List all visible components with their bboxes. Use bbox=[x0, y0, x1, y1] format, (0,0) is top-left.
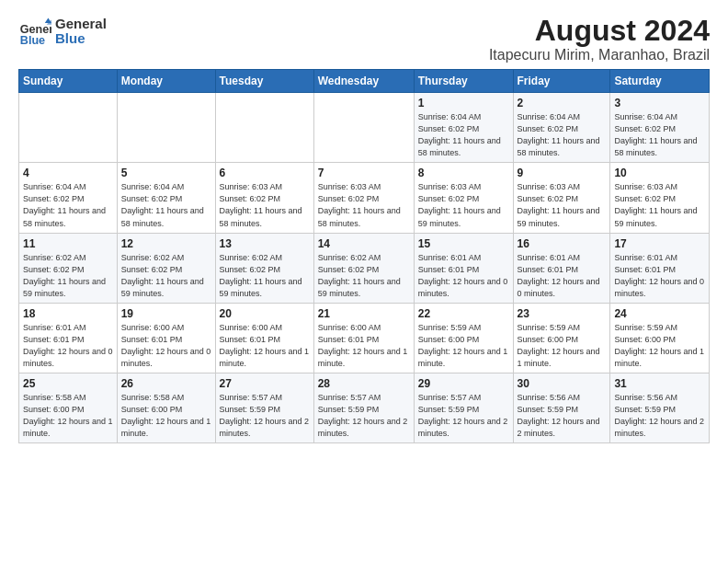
day-number: 10 bbox=[614, 167, 705, 179]
day-info: Sunrise: 6:04 AM Sunset: 6:02 PM Dayligh… bbox=[418, 111, 509, 159]
calendar-cell: 31Sunrise: 5:56 AM Sunset: 5:59 PM Dayli… bbox=[610, 373, 710, 442]
calendar-week-row: 11Sunrise: 6:02 AM Sunset: 6:02 PM Dayli… bbox=[19, 233, 710, 303]
day-number: 11 bbox=[23, 237, 113, 250]
calendar-cell: 10Sunrise: 6:03 AM Sunset: 6:02 PM Dayli… bbox=[610, 163, 710, 233]
day-info: Sunrise: 6:03 AM Sunset: 6:02 PM Dayligh… bbox=[518, 181, 607, 229]
calendar-week-row: 25Sunrise: 5:58 AM Sunset: 6:00 PM Dayli… bbox=[19, 373, 710, 442]
day-info: Sunrise: 5:57 AM Sunset: 5:59 PM Dayligh… bbox=[418, 392, 509, 440]
day-number: 22 bbox=[418, 307, 509, 320]
weekday-header: Wednesday bbox=[313, 70, 414, 93]
weekday-header: Thursday bbox=[414, 70, 513, 93]
calendar-cell: 27Sunrise: 5:57 AM Sunset: 5:59 PM Dayli… bbox=[215, 373, 313, 442]
day-number: 17 bbox=[614, 237, 705, 250]
calendar-cell: 30Sunrise: 5:56 AM Sunset: 5:59 PM Dayli… bbox=[513, 373, 610, 442]
day-number: 4 bbox=[23, 167, 113, 179]
day-info: Sunrise: 6:00 AM Sunset: 6:01 PM Dayligh… bbox=[121, 322, 211, 370]
calendar-cell: 20Sunrise: 6:00 AM Sunset: 6:01 PM Dayli… bbox=[215, 303, 313, 373]
day-info: Sunrise: 5:57 AM Sunset: 5:59 PM Dayligh… bbox=[220, 392, 310, 440]
calendar-week-row: 4Sunrise: 6:04 AM Sunset: 6:02 PM Daylig… bbox=[19, 163, 710, 233]
day-number: 8 bbox=[418, 167, 509, 179]
day-number: 16 bbox=[518, 237, 607, 250]
weekday-header: Sunday bbox=[19, 70, 118, 93]
day-info: Sunrise: 5:57 AM Sunset: 5:59 PM Dayligh… bbox=[318, 392, 410, 440]
day-number: 28 bbox=[318, 377, 410, 390]
day-info: Sunrise: 6:04 AM Sunset: 6:02 PM Dayligh… bbox=[614, 111, 705, 159]
day-number: 27 bbox=[220, 377, 310, 390]
day-info: Sunrise: 6:02 AM Sunset: 6:02 PM Dayligh… bbox=[121, 252, 211, 300]
day-info: Sunrise: 6:01 AM Sunset: 6:01 PM Dayligh… bbox=[23, 322, 113, 370]
day-info: Sunrise: 6:04 AM Sunset: 6:02 PM Dayligh… bbox=[518, 111, 607, 159]
day-info: Sunrise: 6:04 AM Sunset: 6:02 PM Dayligh… bbox=[23, 181, 113, 229]
day-number: 29 bbox=[418, 377, 509, 390]
day-number: 26 bbox=[121, 377, 211, 390]
day-number: 24 bbox=[614, 307, 705, 320]
day-info: Sunrise: 6:00 AM Sunset: 6:01 PM Dayligh… bbox=[220, 322, 310, 370]
day-info: Sunrise: 6:03 AM Sunset: 6:02 PM Dayligh… bbox=[614, 181, 705, 229]
day-info: Sunrise: 5:59 AM Sunset: 6:00 PM Dayligh… bbox=[614, 322, 705, 370]
calendar-cell bbox=[19, 93, 118, 163]
calendar-cell: 19Sunrise: 6:00 AM Sunset: 6:01 PM Dayli… bbox=[117, 303, 215, 373]
day-number: 31 bbox=[614, 377, 705, 390]
calendar-cell: 15Sunrise: 6:01 AM Sunset: 6:01 PM Dayli… bbox=[414, 233, 513, 303]
logo-icon: General Blue bbox=[18, 15, 51, 48]
calendar-cell: 9Sunrise: 6:03 AM Sunset: 6:02 PM Daylig… bbox=[513, 163, 610, 233]
day-number: 1 bbox=[418, 97, 509, 109]
day-number: 5 bbox=[121, 167, 211, 179]
calendar-cell: 26Sunrise: 5:58 AM Sunset: 6:00 PM Dayli… bbox=[117, 373, 215, 442]
calendar-cell bbox=[215, 93, 313, 163]
day-number: 9 bbox=[518, 167, 607, 179]
day-info: Sunrise: 6:03 AM Sunset: 6:02 PM Dayligh… bbox=[220, 181, 310, 229]
title-block: August 2024 Itapecuru Mirim, Maranhao, B… bbox=[489, 15, 710, 63]
day-number: 25 bbox=[23, 377, 113, 390]
calendar-cell: 11Sunrise: 6:02 AM Sunset: 6:02 PM Dayli… bbox=[19, 233, 118, 303]
calendar-cell: 5Sunrise: 6:04 AM Sunset: 6:02 PM Daylig… bbox=[117, 163, 215, 233]
calendar-cell: 8Sunrise: 6:03 AM Sunset: 6:02 PM Daylig… bbox=[414, 163, 513, 233]
page-title: August 2024 bbox=[489, 15, 710, 47]
calendar-cell: 28Sunrise: 5:57 AM Sunset: 5:59 PM Dayli… bbox=[313, 373, 414, 442]
day-info: Sunrise: 5:56 AM Sunset: 5:59 PM Dayligh… bbox=[614, 392, 705, 440]
logo-line1: General bbox=[55, 17, 107, 32]
weekday-header: Friday bbox=[513, 70, 610, 93]
day-info: Sunrise: 5:58 AM Sunset: 6:00 PM Dayligh… bbox=[121, 392, 211, 440]
day-info: Sunrise: 6:04 AM Sunset: 6:02 PM Dayligh… bbox=[121, 181, 211, 229]
logo-line2: Blue bbox=[55, 31, 107, 47]
day-number: 21 bbox=[318, 307, 410, 320]
day-info: Sunrise: 5:59 AM Sunset: 6:00 PM Dayligh… bbox=[418, 322, 509, 370]
calendar-cell: 12Sunrise: 6:02 AM Sunset: 6:02 PM Dayli… bbox=[117, 233, 215, 303]
weekday-header: Monday bbox=[117, 70, 215, 93]
header: General Blue General Blue August 2024 It… bbox=[18, 15, 710, 63]
day-number: 30 bbox=[518, 377, 607, 390]
day-number: 14 bbox=[318, 237, 410, 250]
calendar-cell: 21Sunrise: 6:00 AM Sunset: 6:01 PM Dayli… bbox=[313, 303, 414, 373]
day-info: Sunrise: 6:03 AM Sunset: 6:02 PM Dayligh… bbox=[318, 181, 410, 229]
day-info: Sunrise: 5:56 AM Sunset: 5:59 PM Dayligh… bbox=[518, 392, 607, 440]
calendar-cell: 4Sunrise: 6:04 AM Sunset: 6:02 PM Daylig… bbox=[19, 163, 118, 233]
day-info: Sunrise: 6:01 AM Sunset: 6:01 PM Dayligh… bbox=[518, 252, 607, 300]
calendar-cell: 29Sunrise: 5:57 AM Sunset: 5:59 PM Dayli… bbox=[414, 373, 513, 442]
calendar-cell bbox=[313, 93, 414, 163]
calendar-cell: 2Sunrise: 6:04 AM Sunset: 6:02 PM Daylig… bbox=[513, 93, 610, 163]
day-info: Sunrise: 5:58 AM Sunset: 6:00 PM Dayligh… bbox=[23, 392, 113, 440]
calendar-cell: 16Sunrise: 6:01 AM Sunset: 6:01 PM Dayli… bbox=[513, 233, 610, 303]
calendar-cell: 23Sunrise: 5:59 AM Sunset: 6:00 PM Dayli… bbox=[513, 303, 610, 373]
day-info: Sunrise: 6:01 AM Sunset: 6:01 PM Dayligh… bbox=[614, 252, 705, 300]
day-number: 13 bbox=[220, 237, 310, 250]
page-subtitle: Itapecuru Mirim, Maranhao, Brazil bbox=[489, 47, 710, 63]
calendar-cell: 25Sunrise: 5:58 AM Sunset: 6:00 PM Dayli… bbox=[19, 373, 118, 442]
calendar-cell: 7Sunrise: 6:03 AM Sunset: 6:02 PM Daylig… bbox=[313, 163, 414, 233]
day-info: Sunrise: 6:00 AM Sunset: 6:01 PM Dayligh… bbox=[318, 322, 410, 370]
day-info: Sunrise: 6:03 AM Sunset: 6:02 PM Dayligh… bbox=[418, 181, 509, 229]
weekday-header: Saturday bbox=[610, 70, 710, 93]
calendar-cell: 18Sunrise: 6:01 AM Sunset: 6:01 PM Dayli… bbox=[19, 303, 118, 373]
day-number: 3 bbox=[614, 97, 705, 109]
day-number: 19 bbox=[121, 307, 211, 320]
page: General Blue General Blue August 2024 It… bbox=[0, 0, 728, 453]
day-number: 18 bbox=[23, 307, 113, 320]
calendar-cell bbox=[117, 93, 215, 163]
day-info: Sunrise: 5:59 AM Sunset: 6:00 PM Dayligh… bbox=[518, 322, 607, 370]
day-info: Sunrise: 6:02 AM Sunset: 6:02 PM Dayligh… bbox=[220, 252, 310, 300]
calendar-cell: 17Sunrise: 6:01 AM Sunset: 6:01 PM Dayli… bbox=[610, 233, 710, 303]
day-info: Sunrise: 6:02 AM Sunset: 6:02 PM Dayligh… bbox=[23, 252, 113, 300]
calendar-cell: 1Sunrise: 6:04 AM Sunset: 6:02 PM Daylig… bbox=[414, 93, 513, 163]
calendar-cell: 6Sunrise: 6:03 AM Sunset: 6:02 PM Daylig… bbox=[215, 163, 313, 233]
